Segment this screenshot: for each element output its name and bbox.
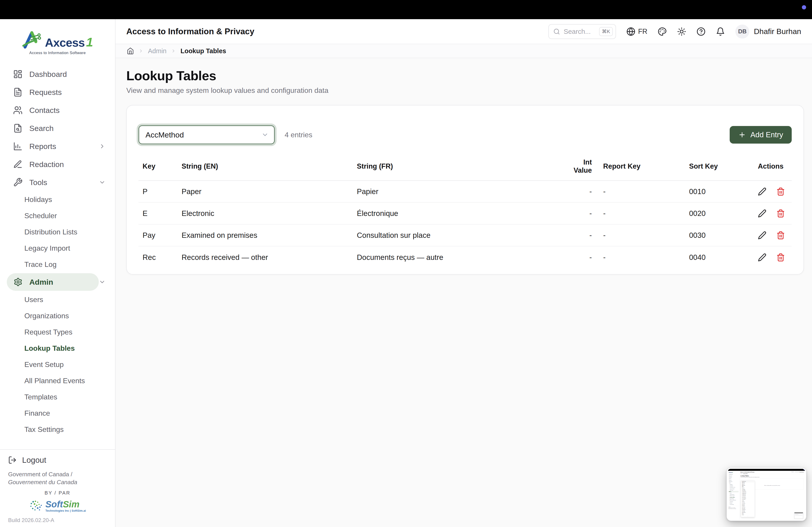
softsim-name: SoftSim xyxy=(45,499,79,509)
delete-entry-button[interactable] xyxy=(777,209,785,218)
cell-string-fr: Électronique xyxy=(353,209,565,218)
cell-report-key: - xyxy=(592,231,678,240)
sidebar-item-label: Request Types xyxy=(24,328,72,336)
sidebar-item-label: Legacy Import xyxy=(24,244,70,253)
by-par-label: BY / PAR xyxy=(8,490,107,496)
user-name: Dhafir Burhan xyxy=(754,27,801,36)
main-area: Access to Information & Privacy Search..… xyxy=(115,19,812,527)
delete-entry-button[interactable] xyxy=(777,187,785,196)
sidebar-item-trace-log[interactable]: Trace Log xyxy=(0,256,115,272)
notifications-button[interactable] xyxy=(716,27,725,36)
softsim-dots-icon xyxy=(29,499,43,512)
sidebar-item-label: Holidays xyxy=(24,195,52,204)
gear-icon xyxy=(14,277,23,286)
chevron-right-icon xyxy=(171,48,176,54)
wrench-icon xyxy=(13,178,23,187)
sidebar-item-organizations[interactable]: Organizations xyxy=(0,308,115,324)
sidebar-item-requests[interactable]: Requests xyxy=(0,83,115,101)
sidebar-item-users[interactable]: Users xyxy=(0,291,115,308)
home-icon[interactable] xyxy=(127,47,134,55)
sidebar: Axcess1 Access to Information Software D… xyxy=(0,19,115,527)
logout-button[interactable]: Logout xyxy=(8,455,107,465)
sidebar-item-all-planned-events[interactable]: All Planned Events xyxy=(0,373,115,389)
cell-actions xyxy=(746,253,792,262)
user-menu[interactable]: DB Dhafir Burhan xyxy=(735,25,801,39)
sidebar-item-dashboard[interactable]: Dashboard xyxy=(0,65,115,83)
pip-preview-window[interactable]: Axcess1 DashboardRequestsContactsSearchR… xyxy=(726,467,806,521)
sidebar-item-event-setup[interactable]: Event Setup xyxy=(0,356,115,373)
delete-entry-button[interactable] xyxy=(777,231,785,240)
cell-key: E xyxy=(139,209,177,218)
column-header-actions: Actions xyxy=(746,162,792,170)
avatar: DB xyxy=(735,25,749,39)
sidebar-item-tax-settings[interactable]: Tax Settings xyxy=(0,421,115,437)
edit-entry-button[interactable] xyxy=(758,209,766,218)
help-button[interactable] xyxy=(697,27,706,36)
breadcrumb-admin[interactable]: Admin xyxy=(148,47,166,55)
theme-palette-button[interactable] xyxy=(658,27,667,36)
language-toggle-button[interactable]: FR xyxy=(626,27,647,36)
chevron-down-icon xyxy=(99,278,105,285)
lookup-table-select[interactable]: AccMethod xyxy=(139,125,275,144)
sidebar-item-reports[interactable]: Reports xyxy=(0,137,115,155)
edit-entry-button[interactable] xyxy=(758,187,766,196)
light-mode-button[interactable] xyxy=(677,27,686,36)
chevron-right-icon xyxy=(139,48,143,54)
sidebar-item-redaction[interactable]: Redaction xyxy=(0,155,115,174)
cell-string-fr: Documents reçus — autre xyxy=(353,253,565,262)
column-header-sort-key: Sort Key xyxy=(678,162,746,170)
sidebar-item-templates[interactable]: Templates xyxy=(0,389,115,405)
sidebar-item-admin[interactable]: Admin xyxy=(7,273,99,291)
sidebar-item-label: Distribution Lists xyxy=(24,228,77,236)
search-icon xyxy=(553,28,560,35)
cell-report-key: - xyxy=(592,209,678,218)
sidebar-item-lookup-tables[interactable]: Lookup Tables xyxy=(0,340,115,356)
sidebar-item-request-types[interactable]: Request Types xyxy=(0,324,115,340)
pip-main: Access to Information & Privacy Search..… xyxy=(739,471,805,520)
trash-icon xyxy=(777,187,785,196)
entries-count: 4 entries xyxy=(285,131,313,139)
sidebar-item-finance[interactable]: Finance xyxy=(0,405,115,421)
cell-key: Pay xyxy=(139,231,177,240)
search-input[interactable]: Search... ⌘K xyxy=(548,24,616,39)
table-body: PPaperPapier--0010EElectronicÉlectroniqu… xyxy=(139,181,792,268)
sidebar-item-label: Reports xyxy=(29,142,56,151)
column-header-int-value: Int Value xyxy=(565,158,592,175)
search-shortcut-badge: ⌘K xyxy=(599,27,613,36)
sidebar-footer: Logout Government of Canada / Gouverneme… xyxy=(0,449,115,527)
sidebar-item-tools[interactable]: Tools xyxy=(0,174,115,191)
pencil-icon xyxy=(758,209,766,218)
cell-key: P xyxy=(139,187,177,196)
bell-icon xyxy=(716,27,725,36)
language-label: FR xyxy=(638,28,647,35)
table-row: RecRecords received — otherDocuments reç… xyxy=(139,246,792,268)
sidebar-item-label: Organizations xyxy=(24,312,69,320)
table-row: PPaperPapier--0010 xyxy=(139,181,792,202)
column-header-key: Key xyxy=(139,162,177,170)
cell-actions xyxy=(746,187,792,196)
sidebar-item-scheduler[interactable]: Scheduler xyxy=(0,208,115,224)
add-entry-button[interactable]: Add Entry xyxy=(730,126,792,144)
cell-sort-key: 0010 xyxy=(678,187,746,196)
cell-int-value: - xyxy=(565,209,592,218)
sidebar-nav: DashboardRequestsContactsSearchReportsRe… xyxy=(0,61,115,437)
edit-entry-button[interactable] xyxy=(758,253,766,262)
app-logo[interactable]: Axcess1 Access to Information Software xyxy=(0,19,115,61)
pip-nested-thumbnail xyxy=(794,513,803,519)
sidebar-item-contacts[interactable]: Contacts xyxy=(0,101,115,119)
sidebar-item-distribution-lists[interactable]: Distribution Lists xyxy=(0,224,115,240)
edit-entry-button[interactable] xyxy=(758,231,766,240)
trash-icon xyxy=(777,231,785,240)
pip-logo: Axcess1 xyxy=(729,472,739,473)
sidebar-item-label: Trace Log xyxy=(24,260,57,269)
column-header-string-fr: String (FR) xyxy=(353,162,565,170)
delete-entry-button[interactable] xyxy=(777,253,785,262)
pip-chevron-down-icon xyxy=(741,515,754,517)
sidebar-item-search[interactable]: Search xyxy=(0,119,115,137)
cell-int-value: - xyxy=(565,253,592,262)
sidebar-item-holidays[interactable]: Holidays xyxy=(0,191,115,208)
palette-icon xyxy=(658,27,667,36)
pip-screenshot: Axcess1 DashboardRequestsContactsSearchR… xyxy=(728,469,805,520)
sidebar-item-legacy-import[interactable]: Legacy Import xyxy=(0,240,115,256)
logout-icon xyxy=(8,456,17,464)
